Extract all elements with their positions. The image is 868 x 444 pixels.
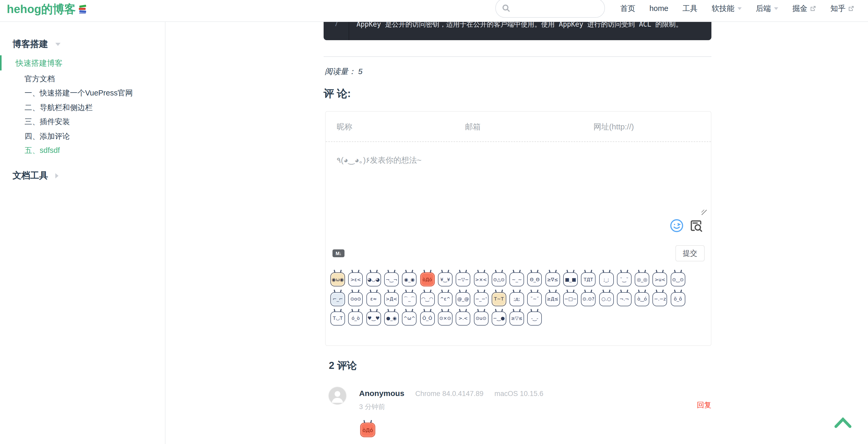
emoji-item[interactable]: >Д< — [382, 289, 401, 309]
chevron-down-icon — [774, 7, 778, 10]
submit-button[interactable]: 提交 — [675, 245, 705, 261]
navbar-link[interactable]: 首页 — [620, 3, 635, 13]
navbar-link-label: 知乎 — [830, 3, 845, 13]
emoji-item[interactable]: T~T — [490, 289, 508, 309]
emoji-item[interactable]: >.< — [454, 309, 472, 328]
emoji-item[interactable]: >u< — [651, 270, 669, 289]
navbar-link[interactable]: 掘金 — [792, 3, 816, 13]
sidebar-group-blog-setup[interactable]: 博客搭建 — [0, 39, 165, 50]
emoji-item[interactable]: ¥‿¥ — [436, 270, 454, 289]
emoji-item[interactable]: ε≈ — [365, 289, 382, 309]
sidebar-item[interactable]: 三、插件安装 — [0, 115, 165, 129]
emoji-item[interactable]: òДó — [418, 270, 436, 289]
website-field[interactable] — [583, 112, 711, 141]
back-to-top-button[interactable] — [834, 417, 852, 429]
emoji-face: >Д< — [384, 292, 399, 306]
navbar-link[interactable]: 软技能 — [712, 3, 742, 13]
emoji-face: ■_■ — [563, 272, 578, 286]
emoji-item[interactable]: ⌒_⌒ — [400, 289, 418, 309]
emoji-item[interactable]: −.−z — [651, 289, 669, 309]
emoji-item[interactable]: ≥Д≤ — [544, 289, 562, 309]
emoji-item[interactable]: >ε< — [347, 270, 365, 289]
emoji-item[interactable]: ˘‿˘ — [615, 270, 633, 289]
emoji-item[interactable]: −▽− — [454, 270, 472, 289]
emoji-item[interactable]: -‿- — [526, 309, 544, 328]
markdown-icon[interactable]: M↓ — [333, 249, 344, 257]
emoji-item[interactable]: >×< — [472, 270, 490, 289]
emoji-face: ♥‿♥ — [366, 312, 381, 325]
sidebar-item-active[interactable]: 快速搭建博客 — [0, 55, 165, 70]
emoji-item[interactable]: −□− — [562, 289, 580, 309]
emoji-item[interactable]: õ_õ — [669, 289, 687, 309]
emoji-item[interactable]: ◠‿◠ — [418, 289, 436, 309]
emoji-face: −□− — [563, 292, 578, 306]
books-icon — [77, 4, 88, 14]
emoji-item[interactable]: ●_◉ — [382, 309, 401, 328]
emoji-item[interactable]: ;_; — [597, 270, 615, 289]
emoji-item[interactable]: ≥▽≤ — [508, 309, 526, 328]
resize-handle[interactable] — [702, 210, 707, 215]
emoji-item[interactable]: ˘~˘ — [526, 289, 544, 309]
emoji-item[interactable]: ○.○ — [597, 289, 615, 309]
emoji-item[interactable]: ó_ò — [347, 309, 365, 328]
preview-icon[interactable] — [689, 219, 703, 233]
search-icon — [502, 3, 510, 12]
nickname-field[interactable] — [326, 112, 454, 141]
navbar-link[interactable]: 后端 — [756, 3, 778, 13]
read-count-label: 阅读量： — [324, 67, 356, 76]
emoji-item[interactable]: ⊙△⊙ — [490, 270, 508, 289]
comment-form: M↓ 提交 ◉ω◉ >ε< ◕◡◕ ¬‿¬ ◉_◉ òДó ¥‿¥ − — [325, 111, 711, 346]
emoji-item[interactable]: ¬.¬ — [615, 289, 633, 309]
emoji-item[interactable]: TДT — [579, 270, 597, 289]
vuepress-page: hehog的博客 — [0, 0, 868, 444]
emoji-item[interactable]: ⊙o⊙ — [347, 289, 365, 309]
emoji-item[interactable]: −_−' — [472, 289, 490, 309]
emoji-item[interactable]: ^ω^ — [400, 309, 418, 328]
emoji-item[interactable]: @_@ — [454, 289, 472, 309]
navbar-link[interactable]: 知乎 — [830, 3, 855, 13]
emoji-item[interactable]: ◎_◎ — [633, 270, 651, 289]
emoji-item[interactable]: Θ_Θ — [526, 270, 544, 289]
reply-link[interactable]: 回复 — [697, 401, 711, 410]
sidebar-item[interactable]: 一、快速搭建一个VuePress官网 — [0, 86, 165, 100]
emoji-item[interactable]: ¬‿¬ — [382, 270, 401, 289]
sidebar-item[interactable]: 官方文档 — [0, 71, 165, 86]
emoji-item[interactable]: ◉ω◉ — [329, 270, 347, 289]
navbar-link[interactable]: home — [649, 4, 669, 12]
page: hehog的博客 — [0, 0, 868, 444]
emoji-item[interactable]: T◡T — [329, 309, 347, 328]
emoji-face: ˘~˘ — [527, 292, 542, 306]
comment-textarea[interactable] — [326, 142, 711, 214]
emoji-toggle-icon[interactable] — [670, 219, 684, 233]
sidebar-item[interactable]: 二、导航栏和侧边栏 — [0, 100, 165, 115]
comment-header: Anonymous Chrome 84.0.4147.89 macOS 10.1… — [359, 389, 544, 398]
navbar-link[interactable]: 工具 — [682, 3, 698, 13]
emoji-item[interactable]: ■_■ — [562, 270, 580, 289]
emoji-item[interactable]: ◉_◉ — [400, 270, 418, 289]
search-input[interactable] — [510, 4, 604, 12]
chevron-right-icon — [55, 173, 58, 179]
emoji-item[interactable]: ◕◡◕ — [365, 270, 382, 289]
emoji-item[interactable]: ♥‿♥ — [365, 309, 382, 328]
emoji-item[interactable]: ~_~ — [508, 270, 526, 289]
sidebar-item[interactable]: 四、添加评论 — [0, 129, 165, 143]
emoji-item[interactable]: −‿● — [490, 309, 508, 328]
emoji-item[interactable]: ⊙×⊙ — [436, 309, 454, 328]
emoji-item[interactable]: ⊙.⊙? — [579, 289, 597, 309]
emoji-face: ;_; — [599, 272, 614, 286]
emoji-item[interactable]: ≥∇≤ — [544, 270, 562, 289]
comment-author: Anonymous — [359, 389, 404, 398]
emoji-face: ⌒_⌒ — [402, 292, 417, 306]
emoji-item[interactable]: ò‿ó — [633, 289, 651, 309]
sidebar-group-doc-tools[interactable]: 文档工具 — [0, 170, 165, 182]
emoji-item[interactable]: ;д; — [508, 289, 526, 309]
sidebar-item[interactable]: 五、sdfsdf — [0, 143, 165, 158]
emoji-item[interactable]: ^ε^ — [436, 289, 454, 309]
emoji-item[interactable]: Ò_Ó — [418, 309, 436, 328]
email-field[interactable] — [454, 112, 583, 141]
site-logo[interactable]: hehog的博客 — [7, 2, 88, 17]
emoji-item[interactable]: ⊙u⊙ — [472, 309, 490, 328]
emoji-item[interactable]: ⊙‿⊙ — [669, 270, 687, 289]
emoji-face: ⊙×⊙ — [438, 312, 453, 325]
emoji-item[interactable]: ⌐_⌐ — [329, 289, 347, 309]
